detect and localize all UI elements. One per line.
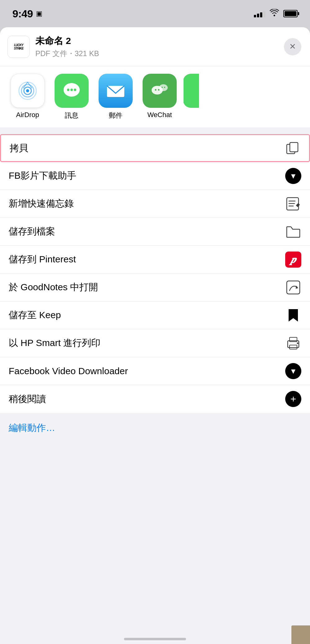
fb-video-icon: ▾ xyxy=(285,363,301,379)
svg-point-9 xyxy=(70,89,73,91)
edit-actions: 編輯動作… xyxy=(0,413,310,443)
header-left: LUCKYSTRIKE 未命名 2 PDF 文件・321 KB xyxy=(7,35,99,59)
airdrop-label: AirDrop xyxy=(16,111,39,119)
signal-bar-2 xyxy=(257,14,259,17)
action-read-later-label: 稍後閱讀 xyxy=(9,393,46,405)
signal-bar-4 xyxy=(263,11,265,17)
hp-smart-icon xyxy=(285,335,301,351)
status-time: 9:49 xyxy=(12,8,33,20)
svg-point-3 xyxy=(26,89,29,92)
close-button[interactable]: ✕ xyxy=(284,38,301,55)
svg-point-16 xyxy=(158,89,160,91)
app-item-more[interactable] xyxy=(184,74,199,111)
pinterest-icon: 𝒑 xyxy=(285,252,301,268)
svg-point-15 xyxy=(155,89,157,91)
goodnotes-icon xyxy=(285,279,301,296)
action-quick-memo[interactable]: 新增快速備忘錄 xyxy=(0,190,310,218)
fb-video-circle-icon: ▾ xyxy=(285,363,301,379)
share-sheet: LUCKYSTRIKE 未命名 2 PDF 文件・321 KB ✕ xyxy=(0,27,310,644)
messages-icon xyxy=(55,74,89,108)
file-info: 未命名 2 PDF 文件・321 KB xyxy=(35,35,99,59)
file-icon-inner: LUCKYSTRIKE xyxy=(14,43,24,50)
status-bar: 9:49 ▣ xyxy=(0,0,310,27)
file-icon: LUCKYSTRIKE xyxy=(7,36,30,58)
file-meta: PDF 文件・321 KB xyxy=(35,49,99,59)
airdrop-icon xyxy=(11,74,45,108)
app-item-mail[interactable]: 郵件 xyxy=(95,74,136,120)
svg-point-29 xyxy=(297,342,299,344)
actions-list: 拷貝 FB影片下載助手 ▾ 新增快速備忘錄 xyxy=(0,134,310,413)
pinterest-bg: 𝒑 xyxy=(285,252,301,268)
home-indicator xyxy=(124,638,186,640)
action-fb-video[interactable]: Facebook Video Downloader ▾ xyxy=(0,357,310,385)
action-read-later[interactable]: 稍後閱讀 + xyxy=(0,385,310,413)
wechat-label: WeChat xyxy=(147,111,172,119)
more-app-icon xyxy=(184,74,199,108)
battery-icon xyxy=(283,10,298,17)
mail-label: 郵件 xyxy=(109,111,122,120)
signal-bars xyxy=(254,10,265,17)
sim-icon: ▣ xyxy=(36,10,42,18)
svg-point-14 xyxy=(159,84,168,91)
wechat-icon xyxy=(143,74,177,108)
folder-icon xyxy=(285,224,301,240)
action-quick-memo-label: 新增快速備忘錄 xyxy=(9,197,74,210)
fb-downloader-icon: ▾ xyxy=(285,168,301,184)
svg-point-17 xyxy=(162,87,163,88)
action-save-files-label: 儲存到檔案 xyxy=(9,225,55,238)
action-copy-label: 拷貝 xyxy=(10,142,28,155)
app-item-airdrop[interactable]: AirDrop xyxy=(7,74,48,119)
status-icons xyxy=(254,9,298,19)
action-hp-smart-label: 以 HP Smart 進行列印 xyxy=(9,337,100,349)
close-icon: ✕ xyxy=(289,42,296,51)
action-save-pinterest-label: 儲存到 Pinterest xyxy=(9,253,76,266)
action-keep[interactable]: 儲存至 Keep xyxy=(0,301,310,329)
action-goodnotes[interactable]: 於 GoodNotes 中打開 xyxy=(0,274,310,301)
action-goodnotes-label: 於 GoodNotes 中打開 xyxy=(9,281,98,294)
memo-icon xyxy=(285,196,301,212)
svg-rect-20 xyxy=(290,142,298,152)
action-fb-video-label: Facebook Video Downloader xyxy=(9,366,128,376)
app-row-container: AirDrop 訊息 xyxy=(0,66,310,128)
wifi-icon xyxy=(270,9,279,19)
svg-point-18 xyxy=(164,87,165,88)
messages-label: 訊息 xyxy=(65,111,78,120)
svg-point-10 xyxy=(74,89,76,91)
app-row: AirDrop 訊息 xyxy=(7,74,199,120)
app-item-wechat[interactable]: WeChat xyxy=(140,74,180,119)
circle-plus-icon: + xyxy=(285,391,301,407)
read-later-icon: + xyxy=(285,391,301,407)
corner-element xyxy=(291,625,310,644)
action-save-files[interactable]: 儲存到檔案 xyxy=(0,218,310,246)
signal-bar-3 xyxy=(260,12,262,17)
file-name: 未命名 2 xyxy=(35,35,99,47)
svg-rect-28 xyxy=(290,345,297,349)
action-save-pinterest[interactable]: 儲存到 Pinterest 𝒑 xyxy=(0,246,310,274)
bookmark-icon xyxy=(285,307,301,323)
battery-fill xyxy=(285,11,296,16)
circle-down-icon: ▾ xyxy=(285,168,301,184)
signal-bar-1 xyxy=(254,15,256,17)
svg-point-8 xyxy=(67,89,69,91)
action-hp-smart[interactable]: 以 HP Smart 進行列印 xyxy=(0,329,310,357)
svg-rect-25 xyxy=(287,281,300,294)
action-copy[interactable]: 拷貝 xyxy=(0,134,310,162)
app-item-messages[interactable]: 訊息 xyxy=(51,74,92,120)
action-fb-downloader-label: FB影片下載助手 xyxy=(9,169,76,182)
share-header: LUCKYSTRIKE 未命名 2 PDF 文件・321 KB ✕ xyxy=(0,27,310,66)
action-fb-downloader[interactable]: FB影片下載助手 ▾ xyxy=(0,162,310,190)
edit-actions-button[interactable]: 編輯動作… xyxy=(9,423,55,433)
action-keep-label: 儲存至 Keep xyxy=(9,309,61,322)
mail-icon xyxy=(99,74,133,108)
copy-icon xyxy=(284,140,300,156)
